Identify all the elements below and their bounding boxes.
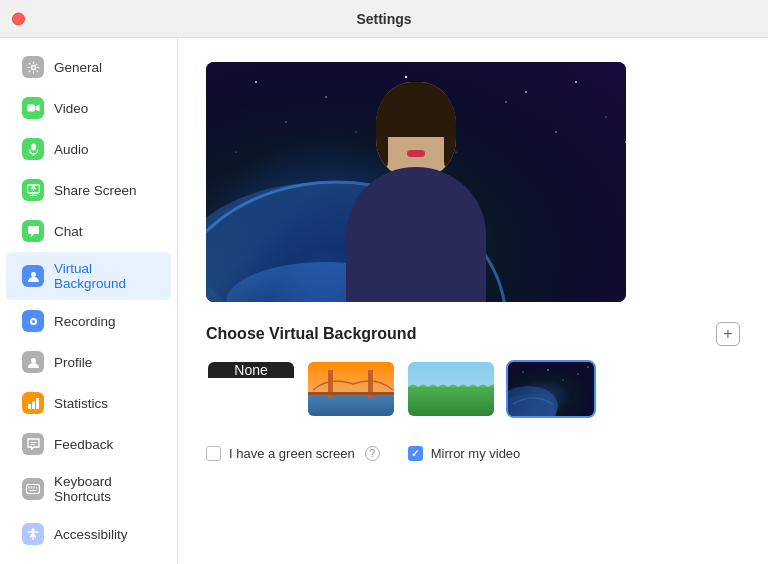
- sidebar-item-virtual-background[interactable]: Virtual Background: [6, 252, 171, 300]
- svg-point-50: [508, 394, 556, 416]
- svg-point-49: [563, 380, 564, 381]
- person-lips: [407, 150, 425, 157]
- profile-label: Profile: [54, 355, 92, 370]
- svg-rect-10: [28, 404, 31, 409]
- accessibility-icon: [22, 523, 44, 545]
- feedback-icon: [22, 433, 44, 455]
- svg-point-2: [31, 143, 36, 150]
- title-bar: Settings: [0, 0, 768, 38]
- sidebar-item-recording[interactable]: Recording: [6, 301, 171, 341]
- video-icon: [22, 97, 44, 119]
- svg-point-0: [31, 65, 35, 69]
- person-hair-left: [376, 92, 388, 172]
- sidebar-item-audio[interactable]: Audio: [6, 129, 171, 169]
- main-content: General Video Audio: [0, 38, 768, 564]
- svg-rect-1: [27, 105, 35, 112]
- sidebar-item-profile[interactable]: Profile: [6, 342, 171, 382]
- field-svg: [408, 362, 494, 416]
- sidebar-item-general[interactable]: General: [6, 47, 171, 87]
- audio-label: Audio: [54, 142, 89, 157]
- bg-option-field[interactable]: [406, 360, 496, 418]
- chat-label: Chat: [54, 224, 83, 239]
- feedback-label: Feedback: [54, 437, 113, 452]
- statistics-icon: [22, 392, 44, 414]
- svg-rect-15: [27, 485, 40, 494]
- svg-rect-12: [36, 398, 39, 409]
- green-screen-option: I have a green screen ?: [206, 446, 380, 461]
- accessibility-label: Accessibility: [54, 527, 128, 542]
- svg-point-21: [32, 528, 35, 531]
- sidebar-item-statistics[interactable]: Statistics: [6, 383, 171, 423]
- virtual-background-icon: [22, 265, 44, 287]
- mirror-video-label: Mirror my video: [431, 446, 521, 461]
- keyboard-shortcuts-label: Keyboard Shortcuts: [54, 474, 155, 504]
- person-figure: [336, 82, 496, 302]
- svg-point-46: [547, 369, 549, 371]
- green-screen-help-icon[interactable]: ?: [365, 446, 380, 461]
- svg-point-45: [522, 371, 523, 372]
- sidebar: General Video Audio: [0, 38, 178, 564]
- section-title: Choose Virtual Background: [206, 325, 416, 343]
- statistics-label: Statistics: [54, 396, 108, 411]
- person-head: [376, 82, 456, 177]
- mirror-video-option: Mirror my video: [408, 446, 521, 461]
- green-screen-checkbox[interactable]: [206, 446, 221, 461]
- sidebar-item-accessibility[interactable]: Accessibility: [6, 514, 171, 554]
- share-screen-label: Share Screen: [54, 183, 137, 198]
- chat-icon: [22, 220, 44, 242]
- close-button[interactable]: [12, 12, 25, 25]
- person-body: [346, 167, 486, 302]
- svg-point-6: [31, 272, 36, 277]
- bottom-options: I have a green screen ? Mirror my video: [206, 446, 740, 461]
- bridge-svg: [308, 362, 394, 416]
- audio-icon: [22, 138, 44, 160]
- svg-rect-38: [308, 394, 394, 416]
- svg-rect-11: [32, 401, 35, 409]
- green-screen-label: I have a green screen: [229, 446, 355, 461]
- sidebar-item-chat[interactable]: Chat: [6, 211, 171, 251]
- recording-label: Recording: [54, 314, 116, 329]
- window-title: Settings: [356, 11, 411, 27]
- svg-rect-41: [308, 392, 394, 395]
- general-label: General: [54, 60, 102, 75]
- bg-none-label: None: [208, 362, 294, 378]
- bg-option-space[interactable]: [506, 360, 596, 418]
- section-header: Choose Virtual Background +: [206, 322, 740, 346]
- svg-rect-44: [508, 362, 594, 416]
- content-area: Choose Virtual Background + None: [178, 38, 768, 564]
- sidebar-item-video[interactable]: Video: [6, 88, 171, 128]
- svg-point-9: [31, 358, 36, 363]
- profile-icon: [22, 351, 44, 373]
- virtual-background-label: Virtual Background: [54, 261, 155, 291]
- keyboard-shortcuts-icon: [22, 478, 44, 500]
- recording-icon: [22, 310, 44, 332]
- video-label: Video: [54, 101, 88, 116]
- bg-option-bridge[interactable]: [306, 360, 396, 418]
- general-icon: [22, 56, 44, 78]
- svg-point-48: [587, 366, 588, 367]
- sidebar-item-keyboard-shortcuts[interactable]: Keyboard Shortcuts: [6, 465, 171, 513]
- svg-point-47: [578, 374, 579, 375]
- mirror-video-checkbox[interactable]: [408, 446, 423, 461]
- background-options: None: [206, 360, 740, 418]
- svg-point-8: [32, 320, 35, 323]
- sidebar-item-feedback[interactable]: Feedback: [6, 424, 171, 464]
- svg-rect-43: [408, 387, 494, 416]
- add-background-button[interactable]: +: [716, 322, 740, 346]
- video-background: [206, 62, 626, 302]
- sidebar-item-share-screen[interactable]: Share Screen: [6, 170, 171, 210]
- bg-option-none[interactable]: None: [206, 360, 296, 418]
- space-svg: [508, 362, 594, 416]
- person-hair-right: [444, 92, 456, 172]
- video-preview: [206, 62, 626, 302]
- share-screen-icon: [22, 179, 44, 201]
